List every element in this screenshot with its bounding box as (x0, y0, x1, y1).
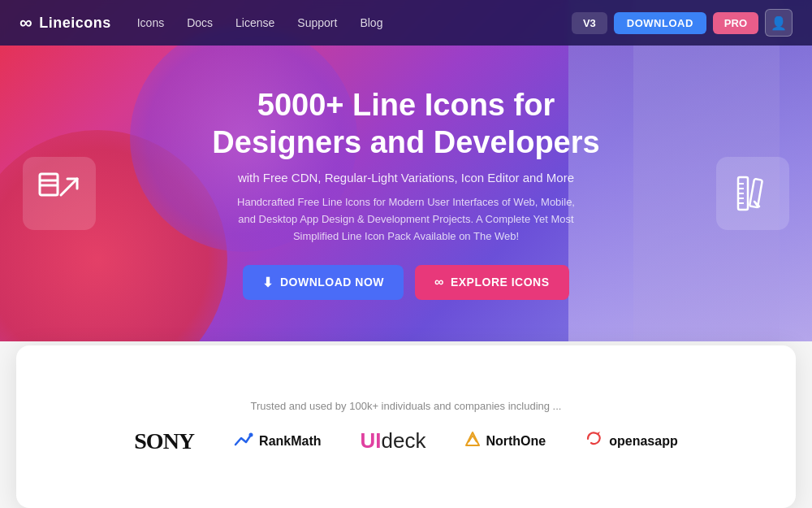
nav-actions: V3 DOWNLOAD PRO 👤 (572, 9, 793, 37)
logo-infinity-icon: ∞ (19, 12, 32, 33)
northone-icon (464, 431, 481, 451)
openasapp-icon (585, 429, 604, 453)
explore-icons-button[interactable]: ∞ EXPLORE ICONS (415, 265, 569, 300)
hero-buttons: ⬇ DOWNLOAD NOW ∞ EXPLORE ICONS (243, 265, 568, 300)
northone-text: NorthOne (486, 434, 546, 449)
rankmath-icon (233, 428, 254, 454)
trusted-section: Trusted and used by 100k+ individuals an… (16, 345, 796, 508)
openasapp-text: openasapp (609, 434, 677, 449)
logo-text: Lineicons (39, 15, 111, 32)
rankmath-text: RankMath (259, 434, 321, 449)
hero-section: 5000+ Line Icons for Designers and Devel… (0, 0, 812, 341)
nav-icons-link[interactable]: Icons (137, 16, 164, 29)
hero-content: 5000+ Line Icons for Designers and Devel… (0, 46, 812, 341)
svg-point-12 (249, 432, 253, 436)
hero-subtitle: with Free CDN, Regular-Light Variations,… (238, 171, 574, 185)
download-icon: ⬇ (262, 275, 274, 290)
navbar: ∞ Lineicons Icons Docs License Support B… (0, 0, 812, 46)
logo-northone: NorthOne (464, 431, 546, 451)
hero-title: 5000+ Line Icons for Designers and Devel… (212, 87, 599, 161)
pro-button[interactable]: PRO (713, 12, 758, 34)
infinity-icon: ∞ (434, 275, 444, 289)
nav-blog-link[interactable]: Blog (360, 16, 382, 29)
logo-openasapp: openasapp (585, 429, 677, 453)
sony-text: SONY (134, 428, 194, 454)
nav-docs-link[interactable]: Docs (187, 16, 213, 29)
download-now-button[interactable]: ⬇ DOWNLOAD NOW (243, 265, 404, 300)
logo-sony: SONY (134, 428, 194, 454)
user-icon: 👤 (771, 15, 787, 31)
nav-support-link[interactable]: Support (297, 16, 337, 29)
hero-description: Handcrafted Free Line Icons for Modern U… (227, 194, 585, 245)
v3-button[interactable]: V3 (572, 12, 607, 34)
logo-rankmath: RankMath (233, 428, 321, 454)
logo-uideck: UIdeck (361, 428, 426, 454)
trusted-label: Trusted and used by 100k+ individuals an… (251, 400, 562, 412)
trusted-logos: SONY RankMath UIdeck (134, 428, 677, 454)
uideck-text: UIdeck (361, 428, 426, 454)
nav-license-link[interactable]: License (235, 16, 274, 29)
logo[interactable]: ∞ Lineicons (19, 12, 111, 33)
user-account-button[interactable]: 👤 (765, 9, 793, 37)
nav-links: Icons Docs License Support Blog (137, 16, 572, 29)
nav-download-button[interactable]: DOWNLOAD (614, 12, 706, 34)
